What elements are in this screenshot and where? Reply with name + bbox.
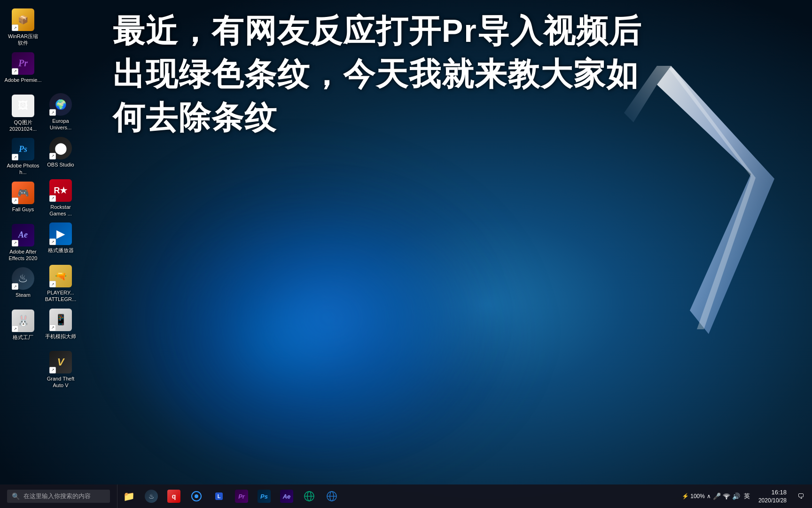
premiere-icon: Pr ↗	[12, 52, 34, 75]
shortcut-arrow: ↗	[49, 238, 56, 245]
taskbar-app-steam[interactable]: ♨	[140, 484, 163, 508]
notification-button[interactable]: 🗨	[793, 484, 808, 508]
taskbar-app-5[interactable]: L	[208, 484, 230, 508]
gta-icon: V ↗	[49, 351, 72, 373]
taskbar-datetime[interactable]: 16:18 2020/10/28	[754, 488, 791, 505]
taskbar-app-qbt[interactable]: q	[163, 484, 185, 508]
desktop-icon-photoshop[interactable]: Ps ↗ Adobe Photosh...	[2, 134, 44, 178]
app4-taskbar-icon	[190, 490, 203, 503]
pubg-label: PLAYERУ...BATTLEGR...	[45, 289, 76, 303]
shortcut-arrow: ↗	[49, 367, 56, 373]
charging-icon: ⚡	[682, 493, 689, 500]
shortcut-arrow: ↗	[12, 154, 18, 160]
taskbar-time: 16:18	[758, 488, 787, 497]
overlay-text-line2: 出现绿色条纹，今天我就来教大家如	[113, 53, 756, 96]
taskbar-system-tray: ⚡ 100% ∧ 🎤 🔊 英 16:18 2020/10/28 🗨	[678, 484, 812, 508]
svg-point-4	[195, 494, 198, 498]
shortcut-arrow: ↗	[12, 240, 18, 246]
aftereffects-label: Adobe AfterEffects 2020	[9, 248, 38, 262]
shortcut-arrow: ↗	[12, 198, 18, 204]
steam-icon: ♨ ↗	[12, 267, 34, 290]
geshiplay-icon: 🐰 ↗	[12, 310, 34, 332]
desktop-icon-obs[interactable]: ⬤ ↗ OBS Studio	[40, 133, 81, 175]
battery-indicator[interactable]: ⚡ 100%	[682, 493, 705, 500]
obs-icon: ⬤ ↗	[49, 137, 72, 159]
photoshop-icon: Ps ↗	[12, 138, 34, 160]
taskbar-apps: 📁 ♨ q	[117, 484, 678, 508]
desktop-icon-premiere[interactable]: Pr ↗ Adobe Premie...	[2, 48, 44, 91]
search-icon: 🔍	[12, 492, 20, 500]
svg-text:L: L	[218, 493, 221, 499]
fallguys-label: Fall Guys	[12, 206, 34, 213]
app9-taskbar-icon	[303, 490, 316, 503]
taskbar-app-explorer[interactable]: 📁	[117, 484, 140, 508]
taskbar-search-text: 在这里输入你搜索的内容	[23, 492, 91, 500]
geshibofang-icon: ▶ ↗	[49, 222, 72, 245]
desktop-icon-pubg[interactable]: 🔫 ↗ PLAYERУ...BATTLEGR...	[40, 261, 81, 305]
taskbar-app-premiere[interactable]: Pr	[230, 484, 253, 508]
shortcut-arrow: ↗	[49, 281, 56, 287]
desktop-icon-winrar[interactable]: 📦 ↗ WinRAR压缩软件	[2, 5, 44, 48]
geshibofang-label: 格式播放器	[48, 247, 74, 254]
volume-icon[interactable]: 🔊	[732, 492, 740, 500]
desktop-icon-shouji[interactable]: 📱 ↗ 手机模拟大师	[40, 305, 81, 347]
shortcut-arrow: ↗	[49, 195, 56, 202]
taskbar-app-9[interactable]	[298, 484, 320, 508]
battery-percent: 100%	[690, 493, 705, 500]
obs-label: OBS Studio	[47, 161, 74, 168]
icon-column-2: 🌍 ↗ EuropaUnivers... ⬤ ↗ OBS Studio R★ ↗	[40, 5, 78, 390]
desktop-icon-geshibofang[interactable]: ▶ ↗ 格式播放器	[40, 219, 81, 261]
desktop-icon-fallguys[interactable]: 🎮 ↗ Fall Guys	[2, 178, 44, 220]
taskbar-search-box[interactable]: 🔍 在这里输入你搜索的内容	[7, 490, 110, 503]
premiere-label: Adobe Premie...	[5, 77, 42, 83]
overlay-text-line3: 何去除条纹	[113, 96, 756, 139]
input-method-indicator[interactable]: 英	[742, 491, 752, 501]
shortcut-arrow: ↗	[12, 68, 18, 75]
photoshop-label: Adobe Photosh...	[4, 162, 42, 176]
geshiplay-label: 格式工厂	[13, 334, 33, 341]
taskbar-app-photoshop[interactable]: Ps	[253, 484, 275, 508]
desktop-icon-rockstar[interactable]: R★ ↗ RockstarGames ...	[40, 175, 81, 219]
desktop-icon-europa[interactable]: 🌍 ↗ EuropaUnivers...	[40, 89, 81, 133]
network-icon[interactable]	[723, 492, 730, 501]
winrar-label: WinRAR压缩软件	[8, 33, 38, 47]
taskbar-app-10[interactable]	[320, 484, 343, 508]
pubg-icon: 🔫 ↗	[49, 265, 72, 287]
shortcut-arrow: ↗	[12, 24, 18, 31]
desktop-icons-area: 📦 ↗ WinRAR压缩软件 Pr ↗ Adobe Premie... 🖼 QQ…	[0, 0, 99, 484]
photoshop-taskbar-icon: Ps	[258, 490, 271, 503]
taskbar-date: 2020/10/28	[758, 497, 787, 505]
app5-taskbar-icon: L	[212, 490, 226, 503]
desktop-icon-gta[interactable]: V ↗ Grand TheftAuto V	[40, 347, 81, 391]
steam-taskbar-icon: ♨	[145, 490, 158, 503]
taskbar-search-area[interactable]: 🔍 在这里输入你搜索的内容	[0, 484, 117, 508]
icons-columns: 📦 ↗ WinRAR压缩软件 Pr ↗ Adobe Premie... 🖼 QQ…	[2, 5, 96, 390]
gta-label: Grand TheftAuto V	[47, 375, 75, 389]
desktop-icon-steam[interactable]: ♨ ↗ Steam	[2, 263, 44, 306]
shortcut-arrow: ↗	[49, 153, 56, 159]
app10-taskbar-icon	[325, 490, 338, 503]
tray-expand-button[interactable]: ∧	[707, 493, 711, 500]
overlay-text-block: 最近，有网友反应打开Pr导入视频后 出现绿色条纹，今天我就来教大家如 何去除条纹	[113, 9, 756, 139]
shortcut-arrow: ↗	[12, 283, 18, 290]
shortcut-arrow: ↗	[49, 109, 56, 116]
europa-icon: 🌍 ↗	[49, 93, 72, 116]
icon-column-1: 📦 ↗ WinRAR压缩软件 Pr ↗ Adobe Premie... 🖼 QQ…	[2, 5, 40, 390]
overlay-text-content: 最近，有网友反应打开Pr导入视频后	[113, 9, 756, 53]
taskbar-app-4[interactable]	[185, 484, 208, 508]
desktop-icon-geshiplay[interactable]: 🐰 ↗ 格式工厂	[2, 306, 44, 348]
desktop-icon-qq[interactable]: 🖼 QQ图片20201024...	[2, 91, 44, 135]
desktop-icon-aftereffects[interactable]: Ae ↗ Adobe AfterEffects 2020	[2, 220, 44, 264]
europa-label: EuropaUnivers...	[50, 118, 71, 131]
premiere-taskbar-icon: Pr	[235, 490, 248, 503]
shouji-label: 手机模拟大师	[45, 333, 76, 340]
winrar-icon: 📦 ↗	[12, 8, 34, 31]
svg-point-13	[726, 498, 727, 499]
aftereffects-icon: Ae ↗	[12, 224, 34, 246]
qq-icon: 🖼	[12, 95, 34, 117]
taskbar-app-ae[interactable]: Ae	[275, 484, 298, 508]
microphone-icon[interactable]: 🎤	[713, 492, 721, 500]
explorer-taskbar-icon: 📁	[122, 490, 135, 503]
shouji-icon: 📱 ↗	[49, 309, 72, 331]
shortcut-arrow: ↗	[12, 325, 18, 332]
